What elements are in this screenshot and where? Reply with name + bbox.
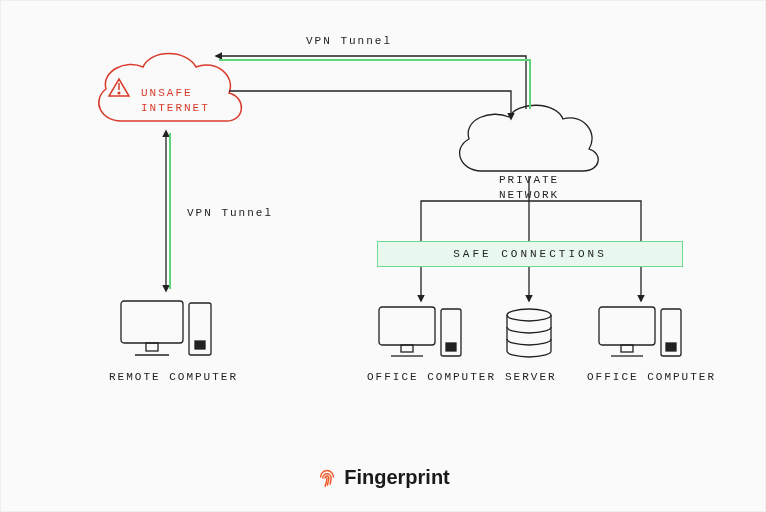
private-cloud-icon <box>460 105 599 171</box>
unsafe-internet-label-1: UNSAFE <box>141 87 193 99</box>
svg-rect-17 <box>666 343 676 351</box>
svg-point-1 <box>118 92 120 94</box>
office-computer-1-icon <box>379 307 461 356</box>
svg-rect-8 <box>401 345 413 352</box>
vpn-tunnel-top-green <box>219 60 530 109</box>
svg-rect-13 <box>599 307 655 345</box>
brand-footer: Fingerprint <box>1 466 765 489</box>
svg-rect-14 <box>621 345 633 352</box>
office-computer-1-label: OFFICE COMPUTER <box>367 371 496 383</box>
remote-computer-label: REMOTE COMPUTER <box>109 371 238 383</box>
svg-rect-11 <box>446 343 456 351</box>
svg-rect-2 <box>121 301 183 343</box>
svg-point-12 <box>507 309 551 321</box>
brand-name: Fingerprint <box>344 466 450 488</box>
svg-rect-3 <box>146 343 158 351</box>
safe-connections-box: SAFE CONNECTIONS <box>377 241 683 267</box>
office-computer-2-icon <box>599 307 681 356</box>
fingerprint-icon <box>316 466 338 488</box>
private-network-label-1: PRIVATE <box>499 174 559 186</box>
unsafe-to-private-line <box>229 91 511 119</box>
remote-computer-icon <box>121 301 211 355</box>
svg-rect-6 <box>195 341 205 349</box>
vpn-tunnel-left-label: VPN Tunnel <box>187 207 273 219</box>
server-icon <box>507 309 551 357</box>
private-network-label-2: NETWORK <box>499 189 559 201</box>
vpn-network-diagram: SAFE CONNECTIONS VPN Tunnel VPN Tunnel U… <box>0 0 766 512</box>
server-label: SERVER <box>505 371 557 383</box>
office-computer-2-label: OFFICE COMPUTER <box>587 371 716 383</box>
unsafe-internet-label-2: INTERNET <box>141 102 210 114</box>
vpn-tunnel-top-label: VPN Tunnel <box>306 35 392 47</box>
vpn-tunnel-top-line <box>216 56 526 109</box>
svg-rect-7 <box>379 307 435 345</box>
